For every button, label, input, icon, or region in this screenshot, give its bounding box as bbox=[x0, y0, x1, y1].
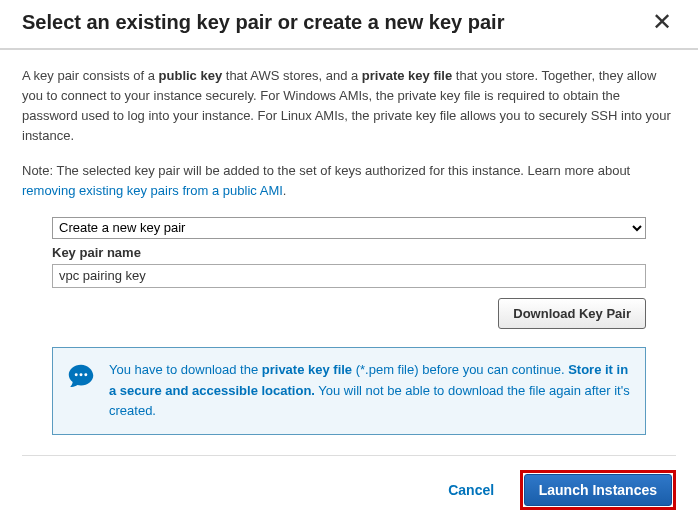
launch-highlight: Launch Instances bbox=[520, 470, 676, 510]
launch-instances-button[interactable]: Launch Instances bbox=[524, 474, 672, 506]
info-alert: You have to download the private key fil… bbox=[52, 347, 646, 435]
form-section: Create a new key pair Key pair name Down… bbox=[22, 215, 676, 329]
key-pair-name-input[interactable] bbox=[52, 264, 646, 288]
chat-bubble-icon bbox=[67, 362, 95, 390]
svg-point-0 bbox=[75, 373, 78, 376]
alert-text: You have to download the private key fil… bbox=[109, 360, 631, 422]
key-pair-modal: Select an existing key pair or create a … bbox=[0, 0, 698, 514]
download-key-pair-button[interactable]: Download Key Pair bbox=[498, 298, 646, 329]
close-icon: ✕ bbox=[652, 8, 672, 35]
learn-more-link[interactable]: removing existing key pairs from a publi… bbox=[22, 183, 283, 198]
modal-body: A key pair consists of a public key that… bbox=[0, 50, 698, 435]
key-pair-mode-select[interactable]: Create a new key pair bbox=[52, 217, 646, 239]
modal-title: Select an existing key pair or create a … bbox=[22, 11, 504, 34]
close-button[interactable]: ✕ bbox=[648, 10, 676, 34]
svg-point-1 bbox=[80, 373, 83, 376]
modal-footer: Cancel Launch Instances bbox=[22, 455, 676, 514]
svg-point-2 bbox=[84, 373, 87, 376]
description-text: A key pair consists of a public key that… bbox=[22, 66, 676, 147]
note-text: Note: The selected key pair will be adde… bbox=[22, 161, 676, 201]
download-row: Download Key Pair bbox=[52, 298, 646, 329]
cancel-button[interactable]: Cancel bbox=[442, 481, 500, 499]
key-pair-name-label: Key pair name bbox=[52, 245, 646, 260]
modal-header: Select an existing key pair or create a … bbox=[0, 0, 698, 50]
